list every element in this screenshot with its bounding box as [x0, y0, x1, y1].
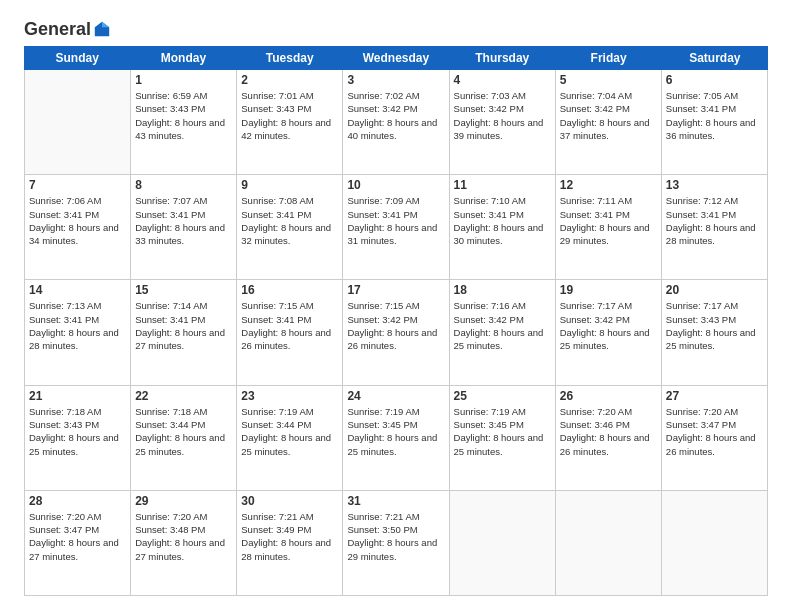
calendar-cell — [25, 70, 131, 174]
day-number: 23 — [241, 389, 338, 403]
day-number: 18 — [454, 283, 551, 297]
sun-info: Sunrise: 7:09 AM Sunset: 3:41 PM Dayligh… — [347, 194, 444, 247]
sun-info: Sunrise: 7:17 AM Sunset: 3:43 PM Dayligh… — [666, 299, 763, 352]
sun-info: Sunrise: 7:19 AM Sunset: 3:45 PM Dayligh… — [454, 405, 551, 458]
calendar-cell: 14 Sunrise: 7:13 AM Sunset: 3:41 PM Dayl… — [25, 280, 131, 384]
calendar-cell: 29 Sunrise: 7:20 AM Sunset: 3:48 PM Dayl… — [131, 491, 237, 595]
day-number: 1 — [135, 73, 232, 87]
calendar-cell: 25 Sunrise: 7:19 AM Sunset: 3:45 PM Dayl… — [450, 386, 556, 490]
sun-info: Sunrise: 7:15 AM Sunset: 3:41 PM Dayligh… — [241, 299, 338, 352]
calendar-cell: 23 Sunrise: 7:19 AM Sunset: 3:44 PM Dayl… — [237, 386, 343, 490]
day-number: 3 — [347, 73, 444, 87]
day-number: 9 — [241, 178, 338, 192]
weekday-header: Tuesday — [237, 46, 343, 70]
sun-info: Sunrise: 7:08 AM Sunset: 3:41 PM Dayligh… — [241, 194, 338, 247]
day-number: 2 — [241, 73, 338, 87]
sun-info: Sunrise: 7:19 AM Sunset: 3:45 PM Dayligh… — [347, 405, 444, 458]
day-number: 14 — [29, 283, 126, 297]
calendar-row: 28 Sunrise: 7:20 AM Sunset: 3:47 PM Dayl… — [25, 491, 768, 596]
sun-info: Sunrise: 7:17 AM Sunset: 3:42 PM Dayligh… — [560, 299, 657, 352]
calendar-row: 21 Sunrise: 7:18 AM Sunset: 3:43 PM Dayl… — [25, 386, 768, 491]
day-number: 5 — [560, 73, 657, 87]
sun-info: Sunrise: 7:20 AM Sunset: 3:48 PM Dayligh… — [135, 510, 232, 563]
sun-info: Sunrise: 7:21 AM Sunset: 3:50 PM Dayligh… — [347, 510, 444, 563]
calendar-row: 14 Sunrise: 7:13 AM Sunset: 3:41 PM Dayl… — [25, 280, 768, 385]
weekday-header: Friday — [555, 46, 661, 70]
sun-info: Sunrise: 7:03 AM Sunset: 3:42 PM Dayligh… — [454, 89, 551, 142]
calendar-row: 1 Sunrise: 6:59 AM Sunset: 3:43 PM Dayli… — [25, 70, 768, 175]
sun-info: Sunrise: 7:16 AM Sunset: 3:42 PM Dayligh… — [454, 299, 551, 352]
calendar-cell: 17 Sunrise: 7:15 AM Sunset: 3:42 PM Dayl… — [343, 280, 449, 384]
sun-info: Sunrise: 7:13 AM Sunset: 3:41 PM Dayligh… — [29, 299, 126, 352]
calendar-cell — [662, 491, 768, 595]
sun-info: Sunrise: 7:04 AM Sunset: 3:42 PM Dayligh… — [560, 89, 657, 142]
calendar-cell: 28 Sunrise: 7:20 AM Sunset: 3:47 PM Dayl… — [25, 491, 131, 595]
calendar-cell — [556, 491, 662, 595]
calendar-row: 7 Sunrise: 7:06 AM Sunset: 3:41 PM Dayli… — [25, 175, 768, 280]
day-number: 11 — [454, 178, 551, 192]
calendar-cell: 6 Sunrise: 7:05 AM Sunset: 3:41 PM Dayli… — [662, 70, 768, 174]
day-number: 8 — [135, 178, 232, 192]
calendar-cell: 12 Sunrise: 7:11 AM Sunset: 3:41 PM Dayl… — [556, 175, 662, 279]
day-number: 15 — [135, 283, 232, 297]
sun-info: Sunrise: 7:20 AM Sunset: 3:47 PM Dayligh… — [29, 510, 126, 563]
sun-info: Sunrise: 7:18 AM Sunset: 3:43 PM Dayligh… — [29, 405, 126, 458]
calendar-cell: 4 Sunrise: 7:03 AM Sunset: 3:42 PM Dayli… — [450, 70, 556, 174]
calendar-cell: 9 Sunrise: 7:08 AM Sunset: 3:41 PM Dayli… — [237, 175, 343, 279]
day-number: 27 — [666, 389, 763, 403]
logo-icon — [93, 20, 111, 38]
sun-info: Sunrise: 7:21 AM Sunset: 3:49 PM Dayligh… — [241, 510, 338, 563]
sun-info: Sunrise: 7:06 AM Sunset: 3:41 PM Dayligh… — [29, 194, 126, 247]
day-number: 26 — [560, 389, 657, 403]
day-number: 13 — [666, 178, 763, 192]
calendar-cell: 18 Sunrise: 7:16 AM Sunset: 3:42 PM Dayl… — [450, 280, 556, 384]
calendar-cell: 26 Sunrise: 7:20 AM Sunset: 3:46 PM Dayl… — [556, 386, 662, 490]
day-number: 24 — [347, 389, 444, 403]
day-number: 12 — [560, 178, 657, 192]
sun-info: Sunrise: 7:18 AM Sunset: 3:44 PM Dayligh… — [135, 405, 232, 458]
logo: General — [24, 20, 111, 36]
sun-info: Sunrise: 7:11 AM Sunset: 3:41 PM Dayligh… — [560, 194, 657, 247]
calendar-cell: 8 Sunrise: 7:07 AM Sunset: 3:41 PM Dayli… — [131, 175, 237, 279]
logo-general: General — [24, 20, 91, 38]
calendar-cell: 10 Sunrise: 7:09 AM Sunset: 3:41 PM Dayl… — [343, 175, 449, 279]
weekday-header: Sunday — [24, 46, 130, 70]
calendar: SundayMondayTuesdayWednesdayThursdayFrid… — [24, 46, 768, 596]
weekday-header: Thursday — [449, 46, 555, 70]
day-number: 19 — [560, 283, 657, 297]
sun-info: Sunrise: 7:10 AM Sunset: 3:41 PM Dayligh… — [454, 194, 551, 247]
calendar-cell: 2 Sunrise: 7:01 AM Sunset: 3:43 PM Dayli… — [237, 70, 343, 174]
sun-info: Sunrise: 7:19 AM Sunset: 3:44 PM Dayligh… — [241, 405, 338, 458]
day-number: 16 — [241, 283, 338, 297]
svg-marker-1 — [102, 22, 109, 27]
sun-info: Sunrise: 7:01 AM Sunset: 3:43 PM Dayligh… — [241, 89, 338, 142]
calendar-cell: 16 Sunrise: 7:15 AM Sunset: 3:41 PM Dayl… — [237, 280, 343, 384]
day-number: 22 — [135, 389, 232, 403]
sun-info: Sunrise: 7:14 AM Sunset: 3:41 PM Dayligh… — [135, 299, 232, 352]
day-number: 29 — [135, 494, 232, 508]
calendar-cell: 15 Sunrise: 7:14 AM Sunset: 3:41 PM Dayl… — [131, 280, 237, 384]
sun-info: Sunrise: 7:20 AM Sunset: 3:46 PM Dayligh… — [560, 405, 657, 458]
day-number: 10 — [347, 178, 444, 192]
calendar-cell: 22 Sunrise: 7:18 AM Sunset: 3:44 PM Dayl… — [131, 386, 237, 490]
sun-info: Sunrise: 7:07 AM Sunset: 3:41 PM Dayligh… — [135, 194, 232, 247]
weekday-header: Wednesday — [343, 46, 449, 70]
calendar-cell: 13 Sunrise: 7:12 AM Sunset: 3:41 PM Dayl… — [662, 175, 768, 279]
calendar-cell: 24 Sunrise: 7:19 AM Sunset: 3:45 PM Dayl… — [343, 386, 449, 490]
day-number: 31 — [347, 494, 444, 508]
sun-info: Sunrise: 7:12 AM Sunset: 3:41 PM Dayligh… — [666, 194, 763, 247]
calendar-cell: 20 Sunrise: 7:17 AM Sunset: 3:43 PM Dayl… — [662, 280, 768, 384]
calendar-cell: 30 Sunrise: 7:21 AM Sunset: 3:49 PM Dayl… — [237, 491, 343, 595]
day-number: 28 — [29, 494, 126, 508]
day-number: 17 — [347, 283, 444, 297]
calendar-cell: 21 Sunrise: 7:18 AM Sunset: 3:43 PM Dayl… — [25, 386, 131, 490]
calendar-cell: 19 Sunrise: 7:17 AM Sunset: 3:42 PM Dayl… — [556, 280, 662, 384]
calendar-cell: 1 Sunrise: 6:59 AM Sunset: 3:43 PM Dayli… — [131, 70, 237, 174]
sun-info: Sunrise: 7:15 AM Sunset: 3:42 PM Dayligh… — [347, 299, 444, 352]
calendar-cell — [450, 491, 556, 595]
sun-info: Sunrise: 7:02 AM Sunset: 3:42 PM Dayligh… — [347, 89, 444, 142]
calendar-cell: 3 Sunrise: 7:02 AM Sunset: 3:42 PM Dayli… — [343, 70, 449, 174]
day-number: 25 — [454, 389, 551, 403]
day-number: 21 — [29, 389, 126, 403]
sun-info: Sunrise: 6:59 AM Sunset: 3:43 PM Dayligh… — [135, 89, 232, 142]
